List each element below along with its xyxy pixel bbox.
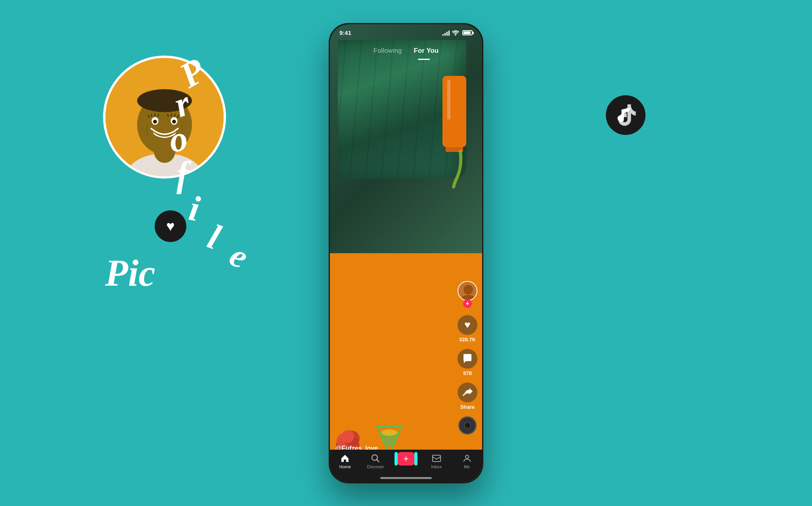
svg-text:f: f bbox=[176, 155, 192, 194]
svg-rect-27 bbox=[447, 80, 450, 119]
profile-pic-text-decoration: P r o f i l e bbox=[79, 36, 278, 274]
heart-action-icon[interactable]: ♥ bbox=[458, 315, 477, 335]
side-actions: + ♥ 328.7K 578 bbox=[458, 281, 477, 435]
nav-home[interactable]: Home bbox=[333, 454, 357, 469]
phone-frame: 9:41 bbox=[329, 23, 483, 483]
share-label: Share bbox=[460, 404, 475, 410]
follow-plus-button[interactable]: + bbox=[463, 299, 472, 308]
signal-bars-icon bbox=[442, 30, 450, 36]
video-background-top bbox=[330, 24, 482, 276]
share-arrow-icon bbox=[462, 387, 473, 398]
signal-bar-1 bbox=[442, 34, 444, 36]
profile-icon bbox=[462, 454, 472, 463]
svg-point-49 bbox=[464, 422, 471, 429]
speech-bubble-icon bbox=[462, 354, 473, 364]
signal-bar-2 bbox=[444, 33, 446, 36]
tab-underline bbox=[418, 59, 430, 60]
status-icons bbox=[442, 30, 473, 36]
tiktok-badge bbox=[606, 95, 645, 135]
like-count: 328.7K bbox=[459, 337, 476, 342]
nav-discover[interactable]: Discover bbox=[364, 454, 387, 469]
svg-text:o: o bbox=[166, 118, 191, 160]
svg-rect-25 bbox=[442, 76, 466, 147]
bottom-navigation: Home Discover + bbox=[330, 450, 482, 482]
music-note-icon bbox=[463, 421, 471, 429]
comment-button[interactable]: 578 bbox=[458, 349, 477, 376]
signal-bar-3 bbox=[446, 32, 448, 36]
svg-rect-54 bbox=[433, 455, 440, 462]
nav-me[interactable]: Me bbox=[455, 454, 479, 469]
svg-point-51 bbox=[467, 425, 468, 426]
comment-count: 578 bbox=[463, 370, 472, 376]
svg-point-47 bbox=[463, 285, 473, 294]
svg-point-45 bbox=[381, 429, 397, 436]
svg-point-31 bbox=[341, 430, 354, 443]
me-label: Me bbox=[464, 464, 470, 469]
search-icon bbox=[371, 454, 380, 463]
nav-inbox[interactable]: Inbox bbox=[425, 454, 448, 469]
pour-illustration bbox=[431, 76, 478, 195]
top-navigation[interactable]: Following For You bbox=[330, 42, 482, 60]
svg-line-53 bbox=[377, 460, 379, 462]
inbox-icon bbox=[432, 454, 441, 463]
discover-label: Discover bbox=[367, 464, 384, 469]
creator-avatar-container[interactable]: + bbox=[458, 281, 477, 305]
like-button[interactable]: ♥ 328.7K bbox=[458, 315, 477, 342]
svg-text:Pic: Pic bbox=[105, 252, 155, 294]
svg-point-55 bbox=[465, 455, 469, 458]
wifi-icon bbox=[452, 30, 459, 36]
home-indicator bbox=[380, 477, 432, 479]
music-disc[interactable] bbox=[458, 416, 477, 435]
battery-fill bbox=[463, 31, 471, 34]
comment-action-icon[interactable] bbox=[458, 349, 477, 369]
pic-text-decoration: Pic bbox=[93, 246, 232, 299]
svg-point-50 bbox=[466, 424, 469, 427]
battery-icon bbox=[462, 30, 473, 35]
tiktok-logo-icon bbox=[615, 104, 637, 126]
for-you-tab[interactable]: For You bbox=[414, 47, 439, 55]
status-bar: 9:41 bbox=[330, 24, 482, 42]
plus-icon: + bbox=[403, 453, 409, 464]
signal-bar-4 bbox=[448, 31, 450, 36]
share-action-icon[interactable] bbox=[458, 383, 477, 402]
phone-screen: 9:41 bbox=[330, 24, 482, 482]
creator-avatar-image bbox=[458, 282, 477, 301]
share-button[interactable]: Share bbox=[458, 383, 477, 410]
status-time: 9:41 bbox=[339, 29, 351, 36]
following-tab[interactable]: Following bbox=[373, 47, 402, 55]
nav-create[interactable]: + bbox=[394, 452, 418, 466]
creator-avatar[interactable] bbox=[458, 281, 477, 301]
create-button[interactable]: + bbox=[397, 452, 415, 466]
inbox-label: Inbox bbox=[431, 464, 442, 469]
home-icon bbox=[340, 454, 350, 463]
svg-text:i: i bbox=[186, 188, 203, 229]
home-label: Home bbox=[339, 464, 351, 469]
